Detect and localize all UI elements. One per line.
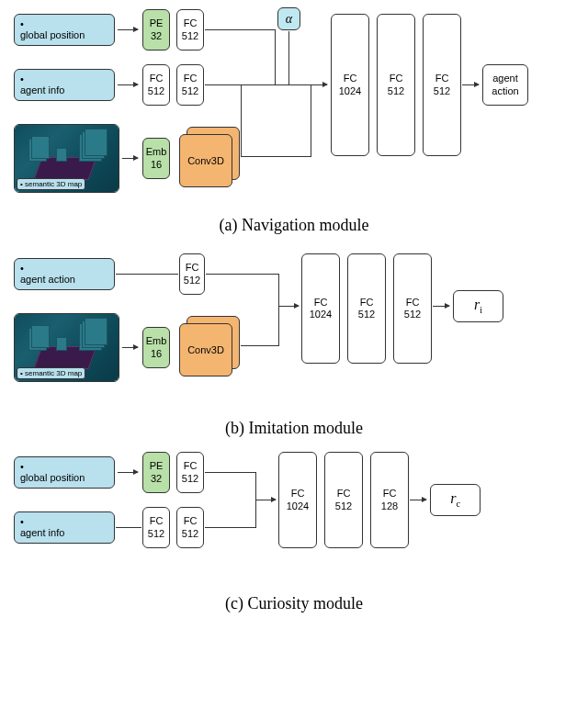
fc128-block: FC 128: [370, 452, 409, 548]
conv3d-stack: Conv3D: [179, 127, 243, 186]
arrow: [122, 347, 138, 348]
output-rc: rc: [430, 484, 481, 516]
label: ri: [474, 297, 482, 315]
label: agent info: [20, 527, 64, 538]
line: [288, 31, 289, 84]
arrow: [255, 500, 276, 500]
map-label: semantic 3D map: [17, 178, 85, 190]
arrow: [122, 158, 138, 159]
line: [278, 306, 279, 346]
conv3d-stack: Conv3D: [179, 316, 243, 376]
line: [275, 29, 276, 85]
line: [205, 29, 275, 30]
line: [241, 84, 242, 156]
caption-navigation: (a) Navigation module: [9, 216, 579, 235]
label: agent action: [20, 274, 75, 285]
fc-block: FC 512: [176, 507, 204, 548]
label: global position: [20, 472, 85, 483]
fc512-block: FC 512: [347, 253, 386, 364]
fc-block: FC 512: [176, 452, 204, 493]
line: [241, 345, 278, 346]
input-semantic-map: semantic 3D map: [14, 313, 119, 382]
caption-curiosity: (c) Curiosity module: [9, 594, 579, 613]
line: [205, 84, 311, 85]
line: [206, 274, 279, 275]
caption-imitation: (b) Imitation module: [9, 419, 579, 438]
fc1024-block: FC 1024: [278, 452, 317, 548]
emb-block: Emb 16: [142, 327, 170, 368]
input-global-position: global position: [14, 456, 115, 489]
label: global position: [20, 29, 85, 40]
arrow: [410, 500, 426, 500]
line: [255, 472, 256, 500]
label: agent info: [20, 84, 64, 96]
label: rc: [450, 490, 460, 509]
arrow: [278, 306, 299, 307]
fc512-block: FC 512: [423, 14, 461, 156]
line: [311, 84, 311, 157]
navigation-module: global position agent info semantic 3D m…: [9, 9, 579, 235]
line: [255, 500, 256, 528]
arrow: [433, 306, 449, 307]
fc-block: FC 512: [176, 9, 204, 51]
output-ri: ri: [453, 290, 503, 322]
line: [205, 472, 255, 473]
input-agent-action: agent action: [14, 258, 115, 290]
fc512-block: FC 512: [393, 253, 432, 364]
fc1024-block: FC 1024: [301, 253, 340, 364]
line: [116, 274, 178, 275]
input-semantic-map: semantic 3D map: [14, 124, 119, 193]
fc512-block: FC 512: [324, 452, 363, 548]
emb-block: Emb 16: [142, 138, 170, 179]
fc512-block: FC 512: [377, 14, 415, 156]
fc-block: FC 512: [142, 64, 170, 106]
arrow: [118, 84, 138, 85]
fc-block: FC 512: [142, 507, 170, 548]
imitation-module: agent action semantic 3D map Emb 16: [9, 249, 579, 438]
pe-block: PE 32: [142, 452, 170, 493]
curiosity-module: global position agent info PE 32 FC 512 …: [9, 452, 579, 613]
line: [205, 527, 255, 528]
input-agent-info: agent info: [14, 69, 115, 101]
fc1024-block: FC 1024: [331, 14, 369, 156]
map-label: semantic 3D map: [17, 367, 85, 379]
pe-block: PE 32: [142, 9, 170, 51]
arrow: [118, 472, 138, 473]
arrow: [311, 84, 327, 85]
fc-block: FC 512: [176, 64, 204, 106]
arrow: [462, 84, 479, 85]
line: [241, 156, 311, 157]
input-agent-info: agent info: [14, 511, 115, 544]
line: [278, 274, 279, 307]
fc-block: FC 512: [179, 253, 205, 295]
alpha-block: α: [277, 7, 300, 30]
input-global-position: global position: [14, 14, 115, 46]
arrow: [118, 29, 138, 30]
output-agent-action: agent action: [482, 64, 528, 106]
line: [116, 527, 141, 528]
